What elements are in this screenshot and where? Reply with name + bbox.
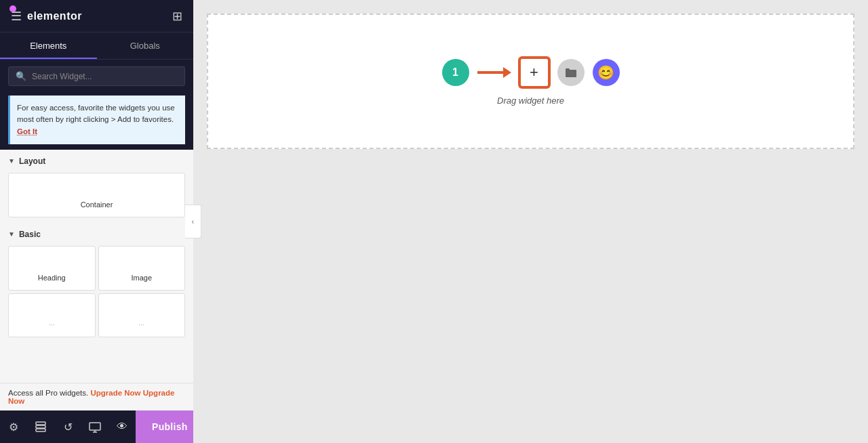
widget-buttons-row: 1 + 😊	[442, 58, 620, 87]
basic-section-heading[interactable]: ▼ Basic	[0, 223, 193, 243]
tabs-bar: Elements Globals	[0, 33, 193, 60]
got-it-link[interactable]: Got It	[17, 127, 37, 135]
toolbar-icon-group: ⚙ ↺ 👁	[0, 410, 136, 443]
svg-rect-19	[90, 423, 100, 430]
chevron-down-icon-2: ▼	[8, 230, 15, 238]
widget-card-3[interactable]: ···	[8, 293, 96, 337]
image-label: Image	[131, 274, 152, 282]
widget-card-container[interactable]: Container	[8, 173, 185, 217]
tab-globals[interactable]: Globals	[97, 33, 194, 59]
widget-card-image[interactable]: Image	[98, 246, 186, 291]
svg-rect-18	[36, 429, 45, 431]
sidebar-header: ☰ elementor ⊞	[0, 0, 193, 33]
search-input[interactable]	[32, 72, 178, 81]
widget-card-4[interactable]: ···	[98, 293, 186, 337]
tab-elements[interactable]: Elements	[0, 33, 97, 59]
elementor-logo: elementor	[27, 10, 82, 22]
drag-hint: Drag widget here	[497, 96, 564, 106]
history-icon-button[interactable]: ↺	[54, 421, 81, 434]
pro-bar-text: Access all Pro widgets.	[8, 389, 88, 397]
grid-icon[interactable]: ⊞	[172, 9, 182, 24]
sidebar: ☰ elementor ⊞ Elements Globals 🔍 For eas…	[0, 0, 193, 443]
collapse-sidebar-button[interactable]: ‹	[185, 205, 201, 238]
search-wrapper: 🔍	[0, 60, 193, 93]
status-dot	[9, 5, 16, 12]
settings-icon-button[interactable]: ⚙	[0, 421, 27, 434]
emoji-button[interactable]: 😊	[593, 59, 620, 86]
basic-widget-grid: Heading Image	[0, 243, 193, 343]
canvas-area: 1 + 😊 Drag widget here	[193, 0, 868, 443]
pro-bar: Access all Pro widgets. Upgrade Now Upgr…	[0, 383, 193, 410]
tip-text: For easy access, favorite the widgets yo…	[17, 104, 175, 123]
arrow-icon	[477, 64, 511, 81]
search-box: 🔍	[8, 66, 185, 86]
eye-icon-button[interactable]: 👁	[108, 421, 136, 433]
svg-rect-17	[36, 425, 45, 428]
responsive-icon-button[interactable]	[81, 421, 108, 433]
layers-icon-button[interactable]	[27, 421, 54, 433]
canvas-frame: 1 + 😊 Drag widget here	[207, 14, 854, 149]
container-label: Container	[81, 201, 113, 209]
tip-box: For easy access, favorite the widgets yo…	[8, 96, 185, 144]
upgrade-now-link[interactable]: Upgrade Now	[90, 389, 140, 397]
header-left: ☰ elementor	[11, 9, 82, 24]
chevron-down-icon: ▼	[8, 157, 15, 165]
widget3-label: ···	[49, 321, 54, 329]
widget4-label: ···	[139, 321, 144, 329]
heading-label: Heading	[38, 274, 66, 282]
svg-rect-16	[36, 422, 45, 425]
svg-marker-23	[503, 67, 511, 78]
add-widget-button[interactable]: +	[519, 58, 549, 87]
folder-button[interactable]	[557, 59, 585, 86]
basic-section-label: Basic	[19, 230, 41, 239]
layout-widget-grid: Container	[0, 170, 193, 223]
widget-card-heading[interactable]: Heading	[8, 246, 96, 291]
bottom-toolbar: ⚙ ↺ 👁 Publish ▲	[0, 410, 193, 443]
layout-section-heading[interactable]: ▼ Layout	[0, 150, 193, 170]
layout-section-label: Layout	[19, 156, 45, 166]
search-icon: 🔍	[16, 71, 26, 81]
step-circle: 1	[442, 59, 469, 86]
